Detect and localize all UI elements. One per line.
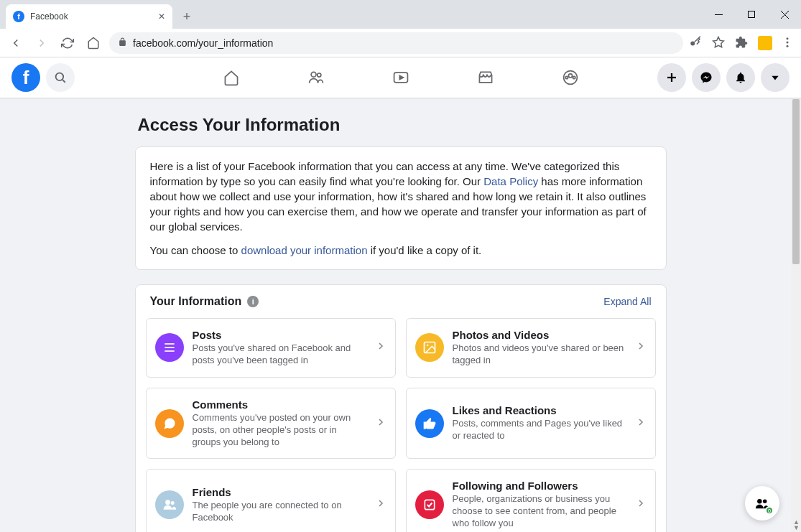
svg-point-7	[787, 41, 789, 43]
chevron-right-icon	[635, 498, 647, 512]
svg-marker-21	[772, 76, 778, 80]
intro-text-2a: You can choose to	[150, 244, 241, 256]
svg-point-8	[787, 45, 789, 47]
svg-point-28	[170, 501, 174, 505]
expand-all-link[interactable]: Expand All	[603, 296, 651, 307]
svg-rect-23	[165, 347, 174, 349]
chevron-right-icon	[375, 498, 386, 512]
scrollbar-thumb[interactable]	[792, 99, 800, 264]
info-card-posts[interactable]: PostsPosts you've shared on Facebook and…	[146, 318, 396, 378]
svg-point-17	[565, 76, 568, 78]
content-area: Access Your Information Here is a list o…	[0, 98, 801, 532]
chevron-right-icon	[635, 340, 647, 355]
url-text: facebook.com/your_information	[133, 37, 273, 49]
messenger-button[interactable]	[692, 63, 721, 92]
card-title: Posts	[193, 329, 366, 341]
card-desc: Posts, comments and Pages you've liked o…	[453, 418, 626, 442]
intro-text-2b: if you'd like a copy of it.	[367, 244, 481, 256]
svg-point-12	[317, 73, 320, 77]
extension-badge-icon[interactable]	[758, 36, 772, 50]
nav-groups-icon[interactable]	[531, 60, 610, 95]
svg-rect-24	[165, 351, 174, 353]
tab-title: Facebook	[30, 11, 68, 22]
card-icon	[155, 333, 184, 362]
window-minimize-button[interactable]	[702, 0, 735, 29]
card-icon	[415, 333, 444, 362]
card-desc: Photos and videos you've shared or been …	[453, 342, 626, 367]
svg-marker-5	[713, 37, 724, 47]
extensions-icon[interactable]	[735, 36, 749, 50]
data-policy-link[interactable]: Data Policy	[483, 175, 538, 187]
your-information-section: Your Information i Expand All PostsPosts…	[135, 284, 667, 532]
key-icon[interactable]	[689, 36, 703, 50]
facebook-header: f	[0, 57, 801, 98]
tab-close-icon[interactable]: ✕	[158, 11, 165, 22]
info-card-friends[interactable]: FriendsThe people you are connected to o…	[146, 469, 396, 532]
chat-widget-button[interactable]: 0	[745, 486, 779, 521]
browser-back-button[interactable]	[6, 33, 26, 53]
nav-home-icon[interactable]	[192, 60, 271, 95]
info-card-photos-and-videos[interactable]: Photos and VideosPhotos and videos you'v…	[406, 318, 656, 378]
star-icon[interactable]	[712, 36, 726, 50]
svg-line-10	[62, 80, 65, 83]
svg-point-34	[763, 500, 767, 504]
browser-menu-icon[interactable]	[781, 36, 795, 50]
card-icon	[155, 409, 184, 438]
info-card-following-and-followers[interactable]: Following and FollowersPeople, organizat…	[406, 469, 656, 532]
card-desc: People, organizations or business you ch…	[453, 493, 626, 530]
new-tab-button[interactable]: +	[177, 6, 197, 27]
intro-card: Here is a list of your Facebook informat…	[135, 146, 667, 270]
chevron-right-icon	[635, 416, 647, 431]
browser-reload-button[interactable]	[57, 33, 78, 53]
facebook-search-button[interactable]	[46, 63, 75, 92]
browser-titlebar: f Facebook ✕ +	[0, 0, 801, 29]
svg-marker-14	[399, 75, 403, 79]
chevron-right-icon	[375, 416, 386, 431]
card-icon	[415, 409, 444, 438]
create-button[interactable]	[657, 63, 686, 92]
card-title: Photos and Videos	[453, 329, 626, 341]
account-menu-button[interactable]	[761, 63, 790, 92]
info-card-likes-and-reactions[interactable]: Likes and ReactionsPosts, comments and P…	[406, 388, 656, 459]
browser-address-bar: facebook.com/your_information	[0, 29, 801, 57]
card-icon	[155, 490, 184, 519]
svg-rect-22	[165, 344, 174, 345]
svg-rect-1	[749, 11, 755, 18]
section-title: Your Information	[150, 295, 242, 308]
card-desc: Comments you've posted on your own posts…	[193, 412, 366, 449]
svg-point-6	[787, 37, 789, 39]
tab-favicon: f	[13, 11, 24, 22]
browser-tab[interactable]: f Facebook ✕	[6, 4, 172, 29]
page-title: Access Your Information	[135, 115, 667, 135]
scroll-arrows[interactable]: ▲▼	[793, 519, 800, 531]
svg-point-26	[426, 345, 428, 347]
nav-marketplace-icon[interactable]	[446, 60, 525, 95]
card-desc: Posts you've shared on Facebook and post…	[193, 342, 366, 367]
facebook-logo[interactable]: f	[11, 63, 40, 92]
notifications-button[interactable]	[726, 63, 755, 92]
scrollbar-track[interactable]	[791, 98, 801, 532]
svg-point-11	[311, 72, 316, 77]
card-title: Comments	[193, 398, 366, 411]
browser-forward-button[interactable]	[32, 33, 52, 53]
nav-friends-icon[interactable]	[277, 60, 356, 95]
card-title: Following and Followers	[453, 480, 626, 492]
download-info-link[interactable]: download your information	[241, 244, 368, 256]
svg-point-4	[690, 41, 695, 45]
svg-point-16	[568, 74, 572, 78]
browser-home-button[interactable]	[83, 33, 103, 53]
chat-widget-badge: 0	[765, 506, 774, 515]
svg-point-27	[165, 500, 170, 505]
nav-watch-icon[interactable]	[361, 60, 440, 95]
window-maximize-button[interactable]	[735, 0, 768, 29]
card-title: Friends	[193, 486, 366, 498]
svg-point-9	[56, 73, 64, 81]
card-desc: The people you are connected to on Faceb…	[193, 500, 366, 524]
chevron-right-icon	[375, 340, 386, 355]
info-icon[interactable]: i	[247, 296, 259, 307]
lock-icon	[118, 37, 127, 49]
info-card-comments[interactable]: CommentsComments you've posted on your o…	[146, 388, 396, 459]
svg-point-33	[757, 499, 761, 503]
window-close-button[interactable]	[768, 0, 801, 29]
browser-url-field[interactable]: facebook.com/your_information	[109, 32, 683, 54]
